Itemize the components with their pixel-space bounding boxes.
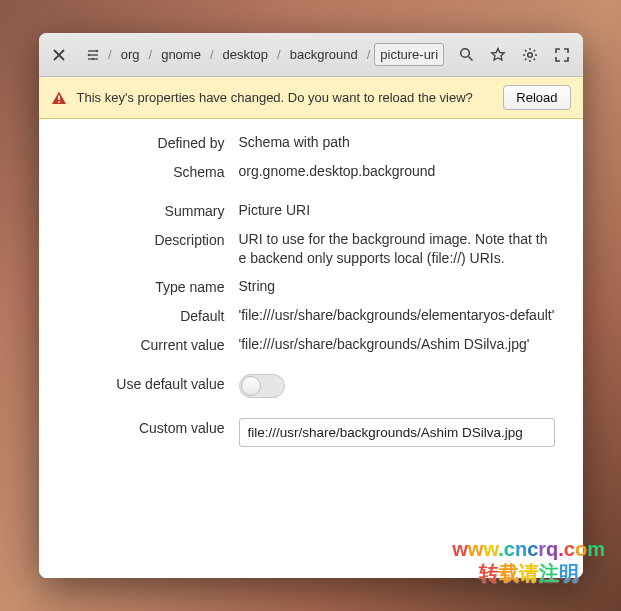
search-icon: [459, 47, 474, 62]
breadcrumb-seg-gnome[interactable]: gnome: [156, 44, 206, 65]
path-root-icon[interactable]: [82, 48, 104, 62]
notice-text: This key's properties have changed. Do y…: [77, 90, 494, 105]
label-defined-by: Defined by: [39, 133, 239, 151]
breadcrumb-separator: /: [365, 47, 373, 62]
value-description: URI to use for the background image. Not…: [239, 230, 565, 268]
breadcrumb-separator: /: [147, 47, 155, 62]
settings-button[interactable]: [517, 40, 543, 70]
svg-rect-5: [58, 95, 60, 100]
breadcrumb-seg-desktop[interactable]: desktop: [218, 44, 274, 65]
svg-point-4: [528, 52, 533, 57]
label-schema: Schema: [39, 162, 239, 180]
svg-point-1: [96, 49, 99, 52]
close-icon: [53, 49, 65, 61]
breadcrumb-separator: /: [106, 47, 114, 62]
label-custom-value: Custom value: [39, 418, 239, 436]
custom-value-input[interactable]: [239, 418, 555, 447]
breadcrumb-separator: /: [275, 47, 283, 62]
value-defined-by: Schema with path: [239, 133, 565, 152]
svg-point-0: [88, 53, 91, 56]
breadcrumb-seg-background[interactable]: background: [285, 44, 363, 65]
bookmark-button[interactable]: [486, 40, 512, 70]
key-details: Defined by Schema with path Schema org.g…: [39, 119, 583, 578]
breadcrumb-seg-picture-uri[interactable]: picture-uri: [374, 43, 444, 66]
headerbar: / org / gnome / desktop / background / p…: [39, 33, 583, 77]
svg-rect-6: [58, 101, 60, 103]
label-summary: Summary: [39, 201, 239, 219]
value-summary: Picture URI: [239, 201, 565, 220]
reload-notice: This key's properties have changed. Do y…: [39, 77, 583, 119]
use-default-toggle[interactable]: [239, 374, 285, 398]
row-custom-value: Custom value: [39, 418, 565, 447]
breadcrumb: / org / gnome / desktop / background / p…: [78, 43, 448, 66]
value-schema: org.gnome.desktop.background: [239, 162, 565, 181]
row-schema: Schema org.gnome.desktop.background: [39, 162, 565, 181]
label-type-name: Type name: [39, 277, 239, 295]
svg-point-2: [92, 57, 95, 60]
value-default: 'file:///usr/share/backgrounds/elementar…: [239, 306, 565, 325]
svg-point-3: [461, 49, 470, 58]
label-default: Default: [39, 306, 239, 324]
row-default: Default 'file:///usr/share/backgrounds/e…: [39, 306, 565, 325]
row-description: Description URI to use for the backgroun…: [39, 230, 565, 268]
gear-icon: [522, 47, 538, 63]
row-type-name: Type name String: [39, 277, 565, 296]
close-button[interactable]: [47, 40, 73, 70]
label-use-default: Use default value: [39, 374, 239, 392]
star-icon: [490, 47, 506, 63]
warning-icon: [51, 90, 67, 106]
row-defined-by: Defined by Schema with path: [39, 133, 565, 152]
breadcrumb-seg-org[interactable]: org: [116, 44, 145, 65]
row-summary: Summary Picture URI: [39, 201, 565, 220]
row-current-value: Current value 'file:///usr/share/backgro…: [39, 335, 565, 354]
fullscreen-button[interactable]: [549, 40, 575, 70]
dconf-editor-window: / org / gnome / desktop / background / p…: [39, 33, 583, 578]
value-type-name: String: [239, 277, 565, 296]
reload-button[interactable]: Reload: [503, 85, 570, 110]
label-current-value: Current value: [39, 335, 239, 353]
search-button[interactable]: [454, 40, 480, 70]
breadcrumb-separator: /: [208, 47, 216, 62]
row-use-default: Use default value: [39, 374, 565, 398]
value-current-value: 'file:///usr/share/backgrounds/Ashim DSi…: [239, 335, 565, 354]
toggle-knob: [241, 376, 261, 396]
expand-icon: [555, 48, 569, 62]
label-description: Description: [39, 230, 239, 248]
